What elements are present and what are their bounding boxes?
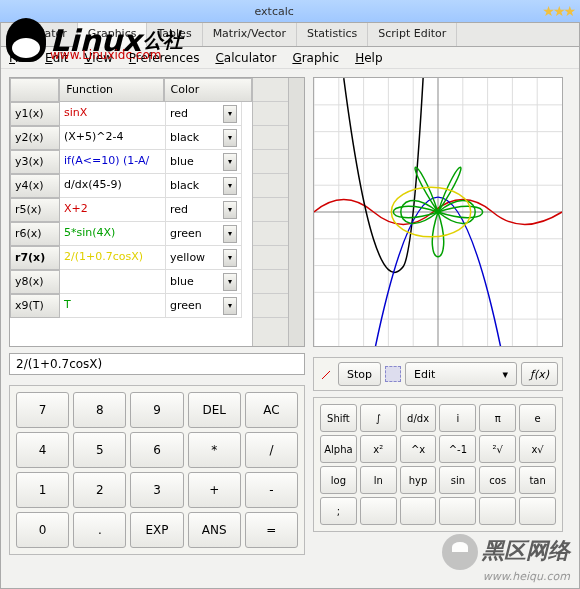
key-+[interactable]: + (188, 472, 241, 508)
scikey[interactable]: e (519, 404, 556, 432)
table-row[interactable]: y1(x) sinX red▾ (10, 102, 252, 126)
key-exp[interactable]: EXP (130, 512, 183, 548)
plot-canvas[interactable] (313, 77, 563, 347)
row-color[interactable]: green▾ (166, 294, 242, 318)
scikey[interactable]: hyp (400, 466, 437, 494)
dropdown-icon[interactable]: ▾ (223, 225, 237, 243)
key-2[interactable]: 2 (73, 472, 126, 508)
menu-file[interactable]: File (9, 51, 29, 65)
row-name[interactable]: y4(x) (10, 174, 60, 198)
row-name[interactable]: r7(x) (10, 246, 60, 270)
expression-input[interactable]: 2/(1+0.7cosX) (9, 353, 305, 375)
scikey[interactable] (439, 497, 476, 525)
col-name[interactable] (10, 78, 59, 102)
key-6[interactable]: 6 (130, 432, 183, 468)
key-4[interactable]: 4 (16, 432, 69, 468)
row-color[interactable]: red▾ (166, 198, 242, 222)
scikey[interactable]: x² (360, 435, 397, 463)
scikey[interactable]: Alpha (320, 435, 357, 463)
dropdown-icon[interactable]: ▾ (223, 177, 237, 195)
row-color[interactable]: blue▾ (166, 150, 242, 174)
tab-statistics[interactable]: Statistics (297, 23, 368, 46)
scikey[interactable]: d/dx (400, 404, 437, 432)
table-row[interactable]: y3(x) if(A<=10) (1-A/ blue▾ (10, 150, 252, 174)
key-7[interactable]: 7 (16, 392, 69, 428)
tab-matrix[interactable]: Matrix/Vector (203, 23, 297, 46)
table-row[interactable]: r5(x) X+2 red▾ (10, 198, 252, 222)
scikey[interactable]: ∫ (360, 404, 397, 432)
key-=[interactable]: = (245, 512, 298, 548)
row-color[interactable]: black▾ (166, 174, 242, 198)
row-function[interactable]: 2/(1+0.7cosX) (60, 246, 166, 270)
row-color[interactable]: yellow▾ (166, 246, 242, 270)
row-function[interactable]: d/dx(45-9) (60, 174, 166, 198)
dropdown-icon[interactable]: ▾ (223, 297, 237, 315)
menu-edit[interactable]: Edit (45, 51, 68, 65)
key-5[interactable]: 5 (73, 432, 126, 468)
row-function[interactable]: 5*sin(4X) (60, 222, 166, 246)
key-ans[interactable]: ANS (188, 512, 241, 548)
scikey[interactable] (400, 497, 437, 525)
key-del[interactable]: DEL (188, 392, 241, 428)
table-row[interactable]: x9(T) T green▾ (10, 294, 252, 318)
window-controls[interactable]: ★★★ (542, 3, 574, 19)
table-row[interactable]: y2(x) (X+5)^2-4 black▾ (10, 126, 252, 150)
key-0[interactable]: 0 (16, 512, 69, 548)
scikey[interactable] (360, 497, 397, 525)
row-name[interactable]: r5(x) (10, 198, 60, 222)
menu-calculator[interactable]: Calculator (215, 51, 276, 65)
scikey[interactable]: ; (320, 497, 357, 525)
row-function[interactable]: if(A<=10) (1-A/ (60, 150, 166, 174)
scikey[interactable]: ²√ (479, 435, 516, 463)
key-*[interactable]: * (188, 432, 241, 468)
scikey[interactable]: cos (479, 466, 516, 494)
dropdown-icon[interactable]: ▾ (223, 201, 237, 219)
scikey[interactable]: ^-1 (439, 435, 476, 463)
table-row[interactable]: y4(x) d/dx(45-9) black▾ (10, 174, 252, 198)
row-name[interactable]: y3(x) (10, 150, 60, 174)
menu-help[interactable]: Help (355, 51, 382, 65)
dropdown-icon[interactable]: ▾ (223, 153, 237, 171)
key-.[interactable]: . (73, 512, 126, 548)
menu-graphic[interactable]: Graphic (292, 51, 339, 65)
table-row[interactable]: y8(x) blue▾ (10, 270, 252, 294)
menu-view[interactable]: View (84, 51, 112, 65)
edit-dropdown[interactable]: Edit▾ (405, 362, 517, 386)
row-color[interactable]: blue▾ (166, 270, 242, 294)
scikey[interactable]: log (320, 466, 357, 494)
row-function[interactable]: X+2 (60, 198, 166, 222)
tab-tables[interactable]: Tables (147, 23, 202, 46)
col-function[interactable]: Function (59, 78, 163, 102)
dropdown-icon[interactable]: ▾ (223, 249, 237, 267)
table-scrollbar[interactable] (288, 78, 304, 346)
scikey[interactable]: Shift (320, 404, 357, 432)
table-row[interactable]: r6(x) 5*sin(4X) green▾ (10, 222, 252, 246)
scikey[interactable]: x√ (519, 435, 556, 463)
scikey[interactable]: ^x (400, 435, 437, 463)
row-color[interactable]: red▾ (166, 102, 242, 126)
tab-script[interactable]: Script Editor (368, 23, 457, 46)
row-name[interactable]: y1(x) (10, 102, 60, 126)
stop-button[interactable]: Stop (338, 362, 381, 386)
row-color[interactable]: green▾ (166, 222, 242, 246)
scikey[interactable]: i (439, 404, 476, 432)
row-function[interactable]: (X+5)^2-4 (60, 126, 166, 150)
tab-graphics[interactable]: Graphics (78, 23, 148, 47)
row-name[interactable]: x9(T) (10, 294, 60, 318)
dropdown-icon[interactable]: ▾ (223, 273, 237, 291)
key-ac[interactable]: AC (245, 392, 298, 428)
table-row[interactable]: r7(x) 2/(1+0.7cosX) yellow▾ (10, 246, 252, 270)
row-function[interactable]: sinX (60, 102, 166, 126)
key--[interactable]: - (245, 472, 298, 508)
row-function[interactable] (60, 270, 166, 294)
row-name[interactable]: r6(x) (10, 222, 60, 246)
scikey[interactable]: sin (439, 466, 476, 494)
key-8[interactable]: 8 (73, 392, 126, 428)
row-color[interactable]: black▾ (166, 126, 242, 150)
scikey[interactable]: ln (360, 466, 397, 494)
dropdown-icon[interactable]: ▾ (223, 129, 237, 147)
key-9[interactable]: 9 (130, 392, 183, 428)
scikey[interactable] (479, 497, 516, 525)
menu-preferences[interactable]: Preferences (129, 51, 200, 65)
fx-button[interactable]: ƒ(x) (521, 362, 558, 386)
